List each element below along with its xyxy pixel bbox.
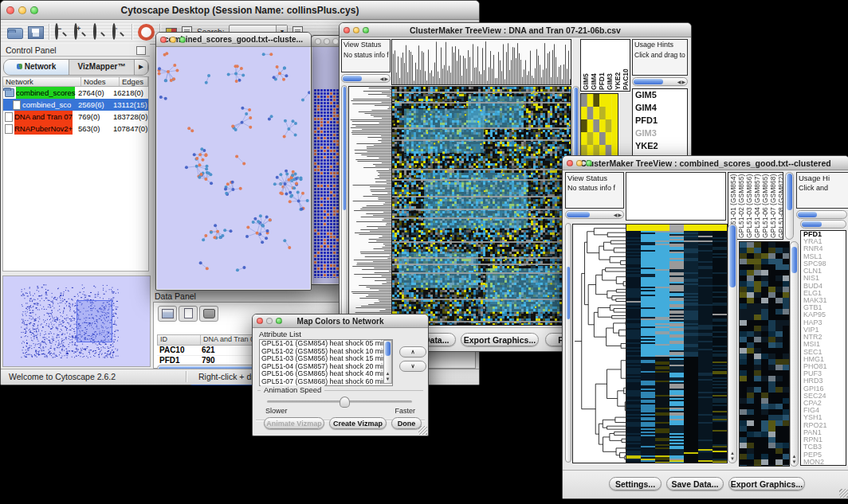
global-heatmap-canvas[interactable]	[626, 224, 728, 463]
column-header-network[interactable]: Network	[3, 77, 81, 86]
gene-name: GIM3	[633, 127, 687, 140]
minimize-button[interactable]	[170, 37, 176, 43]
gene-tree-scrollbar[interactable]	[565, 223, 571, 463]
zoom-button[interactable]	[586, 160, 592, 166]
zoom-vscrollbar[interactable]: ▲▼	[790, 241, 799, 467]
slider-knob[interactable]	[340, 397, 350, 408]
zoom-button[interactable]	[276, 318, 282, 324]
done-button[interactable]: Done	[391, 417, 422, 429]
dialog-title-bar[interactable]: Map Colors to Network	[253, 315, 428, 328]
global-heatmap-canvas[interactable]	[391, 86, 571, 326]
array-tree-panel[interactable]	[626, 172, 726, 221]
view-status-title: View Status	[566, 173, 623, 183]
usage-hints-scrollbar[interactable]: ◀▶	[632, 77, 688, 86]
export-graphics-button[interactable]: Export Graphics...	[728, 477, 805, 490]
close-button[interactable]	[6, 6, 14, 14]
id-column-header[interactable]: ID	[158, 335, 201, 345]
minimize-button[interactable]	[266, 318, 273, 324]
status-welcome: Welcome to Cytoscape 2.6.2	[9, 372, 116, 381]
gene-list-hscrollbar[interactable]	[800, 220, 846, 229]
settings-button[interactable]: Settings...	[609, 477, 662, 490]
column-dendrogram-canvas[interactable]	[391, 39, 571, 85]
zoom-button[interactable]	[363, 27, 369, 33]
zoom-out-icon[interactable]: −	[55, 23, 58, 40]
move-up-button[interactable]: ∧	[399, 346, 426, 357]
zoom-button[interactable]	[30, 6, 38, 14]
network-row[interactable]: combined_sco 2569(6) 13112(15)	[3, 99, 148, 111]
gene-name-list[interactable]: PFD1YRA1RNR4MSL1SPC98CLN1NIS1BUD4ELG1MAK…	[800, 230, 846, 466]
open-session-icon[interactable]	[7, 28, 23, 39]
attribute-list-scrollbar[interactable]: ▲▼	[383, 340, 392, 384]
help-ring-icon[interactable]	[138, 24, 155, 41]
gene-tree-scrollbar[interactable]	[341, 85, 347, 325]
network-overview-thumbnail[interactable]	[3, 276, 148, 365]
close-button[interactable]	[567, 160, 573, 166]
network-overview-panel[interactable]	[2, 275, 151, 367]
network-window-title-bar[interactable]: combined_scores_good.txt--cluste...	[156, 33, 311, 47]
animation-speed-group: Animation Speed Slower Faster	[257, 390, 423, 418]
array-label: GPL51-02 (GSM855)	[738, 174, 745, 238]
control-panel-header: Control Panel	[1, 44, 150, 57]
main-title-bar[interactable]: Cytoscape Desktop (Session Name: collins…	[1, 1, 479, 20]
minimize-button[interactable]	[576, 160, 583, 166]
tab-network[interactable]: Network	[4, 60, 69, 75]
usage-hints-scrollbar[interactable]	[796, 210, 847, 219]
float-panel-icon[interactable]	[136, 46, 146, 55]
new-attribute-button[interactable]	[179, 306, 198, 322]
zoom-fit-icon[interactable]: ▫	[112, 23, 116, 40]
array-label-strip: GIM5GIM4PFD1GIM3YKE2PAC10	[580, 39, 630, 92]
close-button[interactable]	[257, 318, 263, 324]
network-row[interactable]: combined_scores 2764(0) 16218(0)	[3, 87, 148, 99]
network-row[interactable]: RNAPuberNov2+ 563(0) 107847(0)	[3, 123, 148, 135]
delete-attribute-button[interactable]	[199, 306, 218, 322]
column-header-nodes[interactable]: Nodes	[81, 77, 120, 86]
column-header-edges[interactable]: Edges	[120, 77, 148, 86]
minimize-button[interactable]	[353, 27, 359, 33]
resize-grip[interactable]	[418, 426, 427, 435]
network-row[interactable]: DNA and Tran 07 769(0) 183728(0)	[3, 111, 148, 123]
zoom-heatmap-canvas[interactable]	[739, 241, 790, 467]
tab-overflow-button[interactable]: ▶	[135, 60, 148, 75]
view-status-scrollbar[interactable]: ◀▶	[341, 74, 391, 83]
heatmap-vscrollbar[interactable]: ▲▼	[728, 224, 737, 463]
tab-vizmapper[interactable]: VizMapper™	[69, 60, 135, 75]
toolbar-separator	[49, 24, 50, 40]
network-type-icon	[13, 100, 21, 110]
label-vscrollbar[interactable]	[785, 172, 794, 240]
gene-name: MON2	[801, 459, 846, 466]
usage-hints-title: Usage Hi	[797, 173, 848, 183]
zoom-in-icon[interactable]: +	[74, 23, 77, 40]
move-down-button[interactable]: ∨	[399, 361, 426, 372]
treeview-combined-title-bar[interactable]: ClusterMaker TreeView : combined_scores_…	[563, 156, 848, 170]
create-vizmap-button[interactable]: Create Vizmap	[329, 417, 387, 429]
save-session-icon[interactable]	[28, 26, 44, 39]
close-button[interactable]	[160, 37, 167, 43]
gene-dendrogram-canvas[interactable]	[348, 86, 393, 326]
network-graph-canvas[interactable]	[157, 47, 310, 289]
zoom-selected-icon[interactable]	[93, 23, 96, 40]
window-controls[interactable]	[1, 6, 38, 14]
save-data-button[interactable]: Save Data...	[666, 477, 724, 490]
array-label: GPL51-04 (GSM857)	[754, 174, 761, 238]
array-label: GPL51-06 (GSM865)	[762, 174, 769, 238]
treeview-dna-title-bar[interactable]: ClusterMaker TreeView : DNA and Tran 07-…	[340, 23, 691, 37]
animate-vizmap-button[interactable]: Animate Vizmap	[264, 417, 324, 429]
view-status-panel: View Status No status info f	[341, 39, 391, 72]
close-button[interactable]	[315, 38, 321, 45]
usage-hints-panel: Usage Hi Click and	[796, 172, 848, 209]
attribute-item[interactable]: GPL51-07 (GSM868) heat shock 60 min	[260, 378, 392, 386]
treeview-combined-button-strip: Settings... Save Data... Export Graphics…	[563, 470, 848, 498]
animation-speed-slider[interactable]	[267, 400, 412, 403]
minimize-button[interactable]	[18, 6, 26, 14]
close-button[interactable]	[344, 27, 350, 33]
zoom-button[interactable]	[179, 37, 186, 43]
faster-label: Faster	[395, 407, 415, 415]
attribute-select-button[interactable]	[158, 306, 177, 322]
minimize-button[interactable]	[324, 38, 330, 45]
view-status-title: View Status	[342, 40, 390, 50]
gene-dendrogram-canvas[interactable]	[572, 224, 626, 463]
export-graphics-button[interactable]: Export Graphics...	[461, 333, 539, 346]
zoom-button[interactable]	[332, 38, 339, 45]
resize-grip[interactable]	[839, 489, 848, 498]
view-status-scrollbar[interactable]: ◀▶	[565, 210, 624, 219]
